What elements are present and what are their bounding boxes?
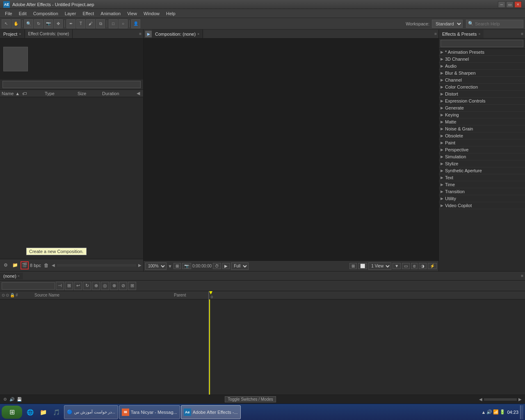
timeline-scrollbar[interactable]	[484, 398, 517, 401]
taskbar-media-button[interactable]: 🎵	[50, 405, 62, 419]
effect-text[interactable]: ▶ Text	[439, 174, 525, 181]
tab-timeline-close[interactable]: ×	[18, 274, 20, 278]
effect-obsolete[interactable]: ▶ Obsolete	[439, 132, 525, 139]
tab-effects-presets[interactable]: Effects & Presets ×	[439, 30, 484, 38]
scroll-track[interactable]	[57, 264, 136, 267]
menu-help[interactable]: Help	[163, 10, 179, 17]
col-duration[interactable]: Duration	[102, 91, 135, 96]
effect-time[interactable]: ▶ Time	[439, 181, 525, 188]
menu-effect[interactable]: Effect	[79, 10, 97, 17]
menu-file[interactable]: File	[2, 10, 16, 17]
tool-paint[interactable]: 🖌	[86, 19, 95, 28]
taskbar-folder-button[interactable]: 📁	[37, 405, 49, 419]
effect-keying[interactable]: ▶ Keying	[439, 112, 525, 119]
effect-perspective[interactable]: ▶ Perspective	[439, 146, 525, 153]
tray-icon-2[interactable]: 🔊	[486, 409, 492, 415]
tab-effects-close[interactable]: ×	[478, 32, 480, 36]
effect-paint[interactable]: ▶ Paint	[439, 139, 525, 146]
close-button[interactable]: ✕	[514, 1, 522, 8]
project-items[interactable]	[0, 97, 143, 259]
effect-matte[interactable]: ▶ Matte	[439, 119, 525, 126]
region-button[interactable]: ▭	[402, 263, 410, 269]
search-help-bar[interactable]: 🔍	[466, 20, 523, 28]
tl-btn-6[interactable]: ◎	[101, 282, 109, 290]
tool-hand[interactable]: ✋	[11, 19, 21, 28]
effect-video-copilot[interactable]: ▶ Video Copilot	[439, 202, 525, 209]
effect-utility[interactable]: ▶ Utility	[439, 195, 525, 202]
tab-comp-close[interactable]: ×	[197, 32, 199, 36]
zoom-select[interactable]: 100%	[145, 262, 167, 270]
effect-audio[interactable]: ▶ Audio	[439, 63, 525, 70]
snapshot-button[interactable]: 📷	[182, 263, 191, 269]
tool-ellipse[interactable]: ○	[119, 19, 128, 28]
new-folder-button[interactable]: 📁	[11, 261, 19, 269]
taskbar-app-ae[interactable]: Ae Adobe After Effects -...	[181, 405, 241, 419]
menu-window[interactable]: Window	[140, 10, 163, 17]
menu-animation[interactable]: Animation	[97, 10, 124, 17]
effect-noise-grain[interactable]: ▶ Noise & Grain	[439, 126, 525, 132]
scroll-right-arrow[interactable]: ▶	[138, 263, 142, 267]
grid-button[interactable]: ⊞	[349, 263, 357, 269]
view-select[interactable]: 1 View	[368, 262, 391, 270]
tab-project-close[interactable]: ×	[19, 32, 21, 36]
restore-button[interactable]: ▭	[506, 1, 514, 8]
tab-project[interactable]: Project ×	[0, 30, 25, 38]
tool-clone[interactable]: ⧉	[96, 19, 105, 28]
effect-generate[interactable]: ▶ Generate	[439, 105, 525, 112]
tab-composition[interactable]: Composition: (none) ×	[152, 30, 203, 38]
tool-pen[interactable]: ✒	[66, 19, 75, 28]
show-desktop-button[interactable]	[520, 405, 523, 419]
menu-layer[interactable]: Layer	[62, 10, 80, 17]
interpret-footage-button[interactable]: ⚙	[2, 261, 10, 269]
quality-select[interactable]: Full	[231, 262, 249, 270]
tl-btn-9[interactable]: ⊞	[128, 282, 136, 290]
tool-zoom[interactable]: 🔍	[24, 19, 33, 28]
start-button[interactable]: ⊞	[2, 406, 22, 419]
playhead[interactable]	[209, 299, 210, 395]
timeline-panel-menu[interactable]: ≡	[521, 274, 523, 278]
tl-btn-2[interactable]: ⊞	[65, 282, 73, 290]
col-size[interactable]: Size	[78, 91, 102, 96]
taskbar-app-messenger[interactable]: ✉ Tara Nicyar - Messag...	[119, 405, 180, 419]
delete-item-button[interactable]: 🗑	[42, 261, 50, 269]
effect-stylize[interactable]: ▶ Stylize	[439, 160, 525, 167]
tool-puppet[interactable]: 👤	[131, 19, 140, 28]
tray-icon-1[interactable]: ▲	[482, 410, 486, 415]
timeline-search-input[interactable]	[2, 282, 55, 290]
tl-btn-8[interactable]: ⊘	[119, 282, 127, 290]
tray-icon-4[interactable]: 🔋	[500, 409, 505, 415]
effect-transition[interactable]: ▶ Transition	[439, 188, 525, 195]
taskbar-ie-button[interactable]: 🌐	[24, 405, 36, 419]
project-search-input[interactable]	[2, 81, 141, 88]
timeline-rows[interactable]	[0, 299, 208, 395]
minimize-button[interactable]: ─	[498, 1, 505, 8]
tl-btn-3[interactable]: ↩	[74, 282, 82, 290]
tool-arrow[interactable]: ↖	[2, 19, 11, 28]
alpha-button[interactable]: α	[411, 263, 418, 269]
effects-panel-menu[interactable]: ≡	[521, 32, 523, 36]
effect-3d-channel[interactable]: ▶ 3D Channel	[439, 56, 525, 63]
effect-color-correction[interactable]: ▶ Color Correction	[439, 84, 525, 91]
effect-simulation[interactable]: ▶ Simulation	[439, 153, 525, 160]
effect-synthetic-aperture[interactable]: ▶ Synthetic Aperture	[439, 167, 525, 174]
panel-menu-left[interactable]: ≡	[139, 32, 142, 36]
tl-btn-4[interactable]: ↻	[83, 282, 91, 290]
effect-expression-controls[interactable]: ▶ Expression Controls	[439, 98, 525, 105]
tl-btn-5[interactable]: ⊕	[92, 282, 100, 290]
tab-timeline-none[interactable]: (none) ×	[0, 273, 23, 279]
menu-composition[interactable]: Composition	[30, 10, 62, 17]
tool-pan[interactable]: ✥	[54, 19, 63, 28]
effect-channel[interactable]: ▶ Channel	[439, 77, 525, 84]
tool-shape[interactable]: □	[109, 19, 118, 28]
col-type[interactable]: Type	[45, 91, 78, 96]
tool-camera[interactable]: 📷	[44, 19, 53, 28]
new-composition-button[interactable]: 🎬	[21, 261, 29, 269]
exposure-button[interactable]: ◑	[419, 263, 427, 269]
workspace-select[interactable]: Standard	[432, 20, 463, 28]
menu-view[interactable]: View	[124, 10, 140, 17]
tab-effect-controls[interactable]: Effect Controls: (none)	[25, 30, 73, 38]
toggle-switches-button[interactable]: Toggle Switches / Modes	[225, 396, 276, 402]
tl-btn-7[interactable]: ⊗	[110, 282, 118, 290]
tray-icon-3[interactable]: 📶	[493, 409, 499, 415]
transparency-button[interactable]: ⬜	[358, 263, 367, 269]
